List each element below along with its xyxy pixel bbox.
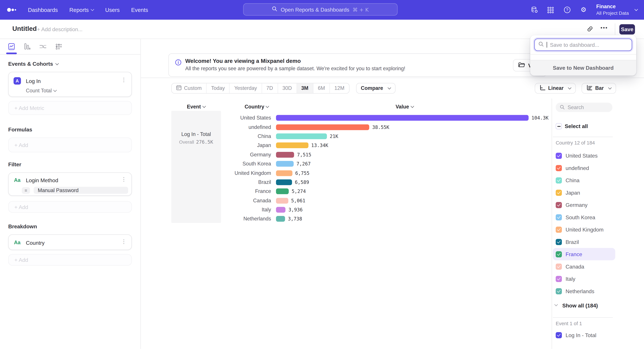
range-yesterday[interactable]: Yesterday [230,83,262,93]
range-12m[interactable]: 12M [330,83,349,93]
add-formula-button[interactable]: + Add [8,137,132,152]
range-today[interactable]: Today [206,83,230,93]
filter-list-item[interactable]: Brazil [553,236,615,248]
report-title[interactable]: Untitled [12,25,37,32]
select-all-checkbox-indeterminate[interactable] [556,123,562,129]
filter-card[interactable]: Aa Login Method ⋮ = Manual Password [8,172,132,196]
filter-list-item[interactable]: China [553,174,615,186]
range-6m[interactable]: 6M [313,83,330,93]
checkbox-checked[interactable] [556,276,562,282]
nav-item-reports[interactable]: Reports [69,7,94,13]
mixpanel-logo-icon[interactable] [6,7,17,13]
checkbox-checked[interactable] [556,239,562,245]
metric-card[interactable]: A Log In ⋮ Count Total [8,72,132,97]
save-to-new-dashboard-button[interactable]: Save to New Dashboard [530,60,636,76]
metric-event-name[interactable]: Log In [26,78,41,84]
filter-list-item[interactable]: Italy [553,273,615,285]
tab-flows[interactable] [53,39,63,53]
more-actions-button[interactable]: ••• [600,25,608,31]
checkbox-checked[interactable] [556,165,562,171]
chart-row: undefined 38.55K [141,122,552,132]
range-3m-active[interactable]: 3M [297,83,313,93]
project-switcher[interactable]: Finance All Project Data [596,4,638,16]
chart-bar[interactable] [276,170,292,176]
chart-category-label: United Kingdom [141,170,271,176]
range-custom[interactable]: Custom [172,83,206,93]
metric-menu-icon[interactable]: ⋮ [121,77,126,82]
nav-item-users[interactable]: Users [105,7,120,13]
chart-bar[interactable] [276,216,285,222]
filter-list-item[interactable]: Netherlands [553,285,615,297]
share-link-icon[interactable] [587,26,593,34]
checkbox-checked[interactable] [556,332,562,338]
nav-item-events[interactable]: Events [131,7,148,13]
add-filter-button[interactable]: + Add [8,201,132,213]
breakdown-property-name[interactable]: Country [26,240,44,246]
chart-type-selector[interactable]: Bar [582,83,616,94]
column-header-country[interactable]: Country [230,104,283,110]
chart-bar[interactable] [276,115,528,121]
chart-bar[interactable] [276,152,294,158]
checkbox-checked[interactable] [556,227,562,233]
chart-bar[interactable] [276,179,292,185]
filter-list-item[interactable]: United States [553,149,615,162]
breakdown-card[interactable]: Aa Country ⋮ [8,234,132,250]
tab-insights[interactable] [6,39,16,53]
tab-retention[interactable] [38,39,48,53]
report-description-placeholder[interactable]: + Add description... [37,26,82,32]
filter-operator[interactable]: = [22,187,30,194]
checkbox-checked[interactable] [556,214,562,220]
filter-list-item[interactable]: undefined [553,162,615,174]
save-dashboard-search-input[interactable]: Save to dashboard... [534,38,632,51]
chart-bar[interactable] [276,133,327,139]
tab-funnels[interactable] [22,39,32,53]
filter-list-item[interactable]: Germany [553,199,615,211]
range-30d[interactable]: 30D [278,83,297,93]
filter-list-item[interactable]: United Kingdom [553,223,615,236]
filter-property-name[interactable]: Login Method [26,177,58,183]
filter-list-item[interactable]: South Korea [553,211,615,223]
add-breakdown-button[interactable]: + Add [8,254,132,266]
checkbox-checked[interactable] [556,251,562,257]
checkbox-checked[interactable] [556,263,562,270]
apps-grid-icon[interactable] [547,6,554,13]
chart-bar[interactable] [276,124,370,130]
nav-item-dashboards[interactable]: Dashboards [28,7,58,13]
save-button[interactable]: Save [619,24,635,34]
chart-bar[interactable] [276,198,288,204]
axis-scale-icon [540,85,545,91]
aggregation-selector[interactable]: Count Total [8,84,131,93]
filter-list-item[interactable]: France [553,248,615,260]
chart-bar[interactable] [276,161,294,167]
checkbox-checked[interactable] [556,189,562,196]
select-all-row[interactable]: Select all [556,123,588,129]
filter-menu-icon[interactable]: ⋮ [121,177,126,182]
chart-value-label: 21K [330,133,338,139]
help-icon[interactable]: ? [563,6,571,13]
checkbox-checked[interactable] [556,202,562,208]
chart-bar[interactable] [276,143,308,148]
filter-list-item[interactable]: Japan [553,186,615,199]
range-7d[interactable]: 7D [262,83,278,93]
filter-value[interactable]: Manual Password [34,187,128,194]
checkbox-checked[interactable] [556,153,562,159]
add-metric-button[interactable]: + Add Metric [8,101,132,115]
data-management-icon[interactable] [530,6,538,13]
breakdown-menu-icon[interactable]: ⋮ [121,239,126,244]
chart-category-label: Canada [141,198,271,204]
checkbox-checked[interactable] [556,177,562,183]
checkbox-checked[interactable] [556,288,562,294]
show-all-toggle[interactable]: Show all (184) [555,301,598,311]
chart-bar[interactable] [276,207,286,213]
events-cohorts-heading[interactable]: Events & Cohorts [8,61,132,67]
scale-selector[interactable]: Linear [535,83,576,94]
global-search[interactable]: Open Reports & Dashboards ⌘ + K [243,3,398,15]
filter-list-item[interactable]: Canada [553,260,615,273]
segment-search-input[interactable]: Search [556,103,612,112]
chart-bar[interactable] [276,189,289,194]
compare-button[interactable]: Compare [356,83,396,94]
filter-list-item[interactable]: Log In - Total [553,329,615,341]
column-header-value[interactable]: Value [379,104,430,110]
settings-gear-icon[interactable]: ⚙ [580,6,587,13]
column-header-event[interactable]: Event [171,104,221,110]
